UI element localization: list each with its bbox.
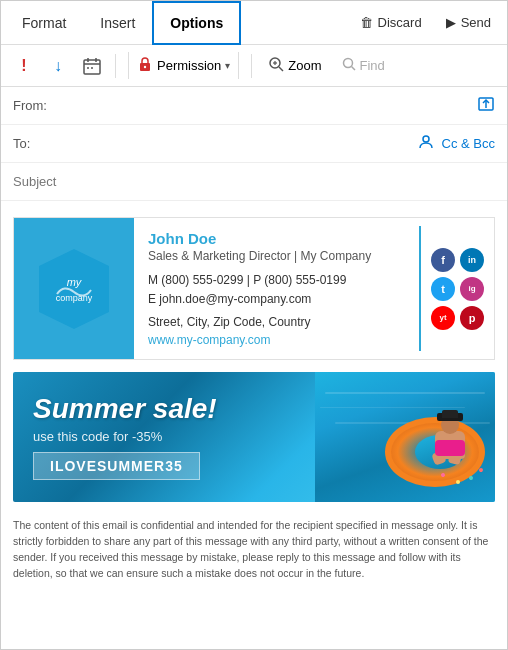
social-row-1: f in (431, 248, 484, 272)
expand-icon[interactable] (477, 95, 495, 116)
pinterest-icon[interactable]: p (460, 306, 484, 330)
send-label: Send (461, 15, 491, 30)
sig-title: Sales & Marketing Director | My Company (148, 249, 405, 263)
follow-up-icon[interactable]: ↓ (43, 51, 73, 81)
banner-title: Summer sale! (33, 394, 295, 425)
svg-point-7 (144, 66, 146, 68)
instagram-icon[interactable]: ig (460, 277, 484, 301)
tab-options[interactable]: Options (152, 1, 241, 45)
svg-marker-17 (39, 249, 109, 329)
permission-label: Permission (157, 58, 221, 73)
social-row-2: t ig (431, 277, 484, 301)
toolbar-separator (115, 54, 116, 78)
sig-website[interactable]: www.my-company.com (148, 333, 270, 347)
twitter-icon[interactable]: t (431, 277, 455, 301)
svg-point-12 (343, 59, 352, 68)
to-input[interactable] (63, 136, 418, 151)
toolbar-separator-2 (251, 54, 252, 78)
sig-contact: M (800) 555-0299 | P (800) 555-0199 E jo… (148, 271, 405, 309)
tab-format[interactable]: Format (5, 1, 83, 45)
importance-high-icon[interactable]: ! (9, 51, 39, 81)
cc-bcc-button[interactable]: Cc & Bcc (442, 136, 495, 151)
compose-body[interactable]: my company John Doe Sales & Marketing Di… (1, 201, 507, 601)
to-label: To: (13, 136, 63, 151)
send-button[interactable]: ▶ Send (434, 9, 503, 36)
top-navigation: Format Insert Options 🗑 Discard ▶ Send (1, 1, 507, 45)
linkedin-icon[interactable]: in (460, 248, 484, 272)
banner-image (315, 372, 495, 502)
disclaimer: The content of this email is confidentia… (13, 514, 495, 585)
zoom-label: Zoom (288, 58, 321, 73)
sig-social: f in t ig yt p (421, 218, 494, 359)
trash-icon: 🗑 (360, 15, 373, 30)
from-field: From: (1, 87, 507, 125)
find-area[interactable]: Find (334, 53, 393, 78)
zoom-button[interactable]: Zoom (260, 52, 329, 79)
svg-text:my: my (67, 276, 83, 288)
people-icon[interactable] (418, 134, 434, 153)
signature-info: John Doe Sales & Marketing Director | My… (134, 218, 419, 359)
to-icons: Cc & Bcc (418, 134, 495, 153)
svg-point-16 (423, 136, 429, 142)
sig-phone-direct: P (800) 555-0199 (253, 273, 346, 287)
from-icons (477, 95, 495, 116)
find-icon (342, 57, 356, 74)
dropdown-icon[interactable]: ▾ (225, 60, 230, 71)
promo-code: ILOVESUMMER35 (33, 452, 200, 480)
signature-card: my company John Doe Sales & Marketing Di… (13, 217, 495, 360)
discard-label: Discard (378, 15, 422, 30)
send-icon: ▶ (446, 15, 456, 30)
svg-line-13 (351, 67, 355, 71)
tab-insert[interactable]: Insert (83, 1, 152, 45)
find-placeholder: Find (360, 58, 385, 73)
to-field: To: Cc & Bcc (1, 125, 507, 163)
youtube-icon[interactable]: yt (431, 306, 455, 330)
calendar-icon[interactable] (77, 51, 107, 81)
sig-phone-mobile: M (800) 555-0299 (148, 273, 243, 287)
facebook-icon[interactable]: f (431, 248, 455, 272)
sig-name: John Doe (148, 230, 405, 247)
sig-address: Street, City, Zip Code, Country (148, 315, 405, 329)
from-input[interactable] (63, 98, 477, 113)
banner-text-area: Summer sale! use this code for -35% ILOV… (13, 378, 315, 496)
discard-button[interactable]: 🗑 Discard (348, 9, 434, 36)
lock-icon (137, 56, 153, 75)
subject-input[interactable] (13, 174, 495, 189)
summer-sale-banner: Summer sale! use this code for -35% ILOV… (13, 372, 495, 502)
sig-email: E john.doe@my-company.com (148, 292, 311, 306)
social-row-3: yt p (431, 306, 484, 330)
svg-line-9 (279, 67, 283, 71)
svg-point-5 (91, 67, 93, 69)
svg-point-4 (87, 67, 89, 69)
from-label: From: (13, 98, 63, 113)
toolbar: ! ↓ Permission ▾ (1, 45, 507, 87)
zoom-icon (268, 56, 284, 75)
permission-button[interactable]: Permission ▾ (128, 52, 239, 79)
subject-field (1, 163, 507, 201)
company-logo: my company (14, 218, 134, 359)
banner-subtitle: use this code for -35% (33, 429, 295, 444)
